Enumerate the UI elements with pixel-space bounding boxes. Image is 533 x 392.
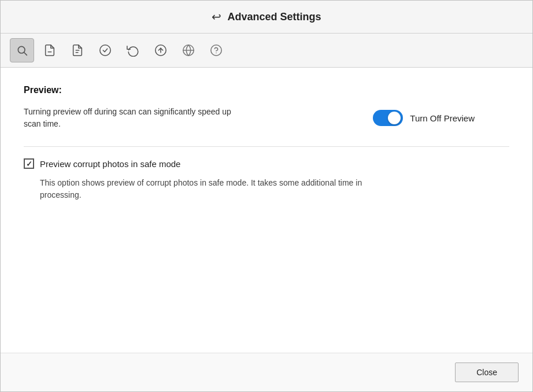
back-icon: ↩ (212, 10, 221, 24)
safe-mode-checkbox-row: ✓ Preview corrupt photos in safe mode (24, 158, 509, 169)
help-button[interactable] (204, 38, 228, 62)
refresh-button[interactable] (121, 38, 145, 62)
preview-row: Turning preview off during scan can sign… (24, 106, 509, 130)
preview-description: Turning preview off during scan can sign… (24, 106, 243, 130)
toolbar (1, 34, 532, 68)
toggle-track (373, 110, 403, 126)
toggle-label: Turn Off Preview (410, 113, 475, 123)
svg-point-5 (100, 45, 110, 56)
safe-mode-description: This option shows preview of corrupt pho… (40, 177, 387, 201)
upload-button[interactable] (149, 38, 173, 62)
close-button[interactable]: Close (455, 363, 519, 382)
checkbox-checkmark: ✓ (26, 160, 32, 168)
toggle-container: Turn Off Preview (373, 110, 475, 126)
check-circle-button[interactable] (93, 38, 117, 62)
preview-section-title: Preview: (24, 85, 509, 95)
globe-button[interactable] (176, 38, 201, 62)
document-new-button[interactable] (38, 38, 62, 62)
svg-point-10 (211, 45, 221, 56)
svg-line-1 (24, 53, 27, 56)
turn-off-preview-toggle[interactable] (373, 110, 403, 126)
toggle-thumb (388, 112, 401, 124)
footer: Close (1, 353, 532, 391)
search-button[interactable] (10, 38, 34, 62)
title-bar: ↩ Advanced Settings (1, 1, 532, 34)
safe-mode-checkbox[interactable]: ✓ (24, 158, 34, 169)
content-area: Preview: Turning preview off during scan… (1, 68, 532, 353)
dialog-title: Advanced Settings (227, 11, 321, 23)
safe-mode-label: Preview corrupt photos in safe mode (40, 159, 180, 169)
section-divider (24, 146, 509, 147)
document-edit-button[interactable] (65, 38, 90, 62)
dialog-window: ↩ Advanced Settings (0, 0, 533, 392)
